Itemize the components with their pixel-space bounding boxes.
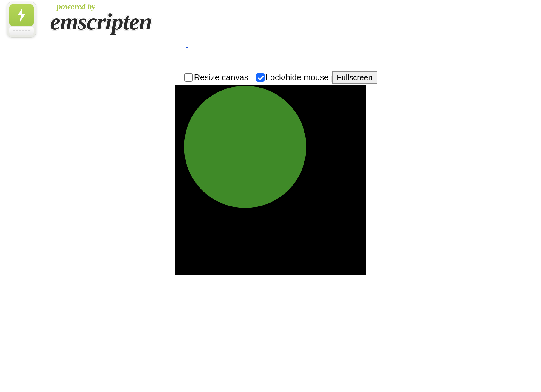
green-circle xyxy=(184,86,306,208)
wordmark: powered by emscripten xyxy=(50,2,152,35)
controls-inner: Resize canvas Lock/hide mouse pointer xyxy=(0,73,541,82)
emscripten-logo xyxy=(7,2,36,38)
bottom-rule xyxy=(0,276,541,276)
resize-canvas-label[interactable]: Resize canvas xyxy=(184,73,248,82)
header: powered by emscripten xyxy=(0,0,541,51)
brand-text: emscripten xyxy=(50,8,152,35)
page: { "header": { "powered_by": "powered by"… xyxy=(0,0,541,392)
bolt-icon xyxy=(16,8,27,23)
controls-row: Resize canvas Lock/hide mouse pointer Fu… xyxy=(0,73,541,86)
header-rule xyxy=(0,51,541,51)
fullscreen-button[interactable]: Fullscreen xyxy=(332,71,377,84)
resize-canvas-checkbox[interactable] xyxy=(184,73,193,82)
link-indicator[interactable] xyxy=(186,47,188,48)
logo-tile xyxy=(7,2,36,38)
render-canvas[interactable] xyxy=(175,85,366,275)
resize-canvas-text: Resize canvas xyxy=(194,73,248,82)
lock-pointer-checkbox[interactable] xyxy=(256,73,265,82)
logo-top xyxy=(9,4,34,26)
logo-bottom xyxy=(9,27,34,35)
